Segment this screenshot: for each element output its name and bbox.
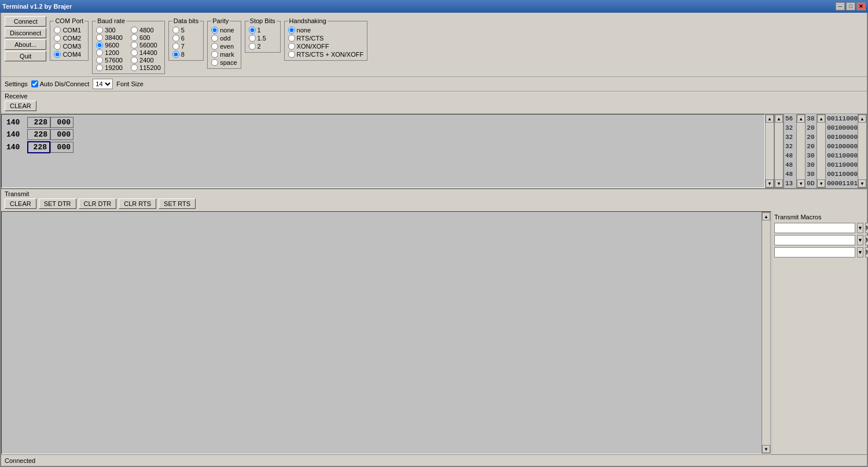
baud-38400[interactable]: 38400 [96,34,126,41]
transmit-header: Transmit CLEAR SET DTR CLR DTR CLR RTS S… [1,189,867,211]
clr-rts-button[interactable]: CLR RTS [119,198,156,209]
quit-button[interactable]: Quit [5,51,46,61]
data-side-panel: ▲ ▼ 56 32 32 32 48 48 48 13 ▲ ▼ 38 2 [774,114,867,188]
data-display: 140 228 000 140 228 000 140 228 000 ▲ ▼ [1,114,867,189]
bin-scrollbar[interactable]: ▲ ▼ [858,114,867,188]
com3-label: COM3 [62,43,81,50]
stop-2[interactable]: 2 [249,43,277,50]
bits-7[interactable]: 7 [172,43,200,50]
baud-56000[interactable]: 56000 [131,42,161,49]
bits-5[interactable]: 5 [172,27,200,34]
parity-none[interactable]: none [211,27,237,34]
bits-8[interactable]: 8 [172,51,200,58]
transmit-textarea[interactable] [2,212,762,454]
hs-xon-xoff[interactable]: XON/XOFF [288,43,364,50]
auto-dis-connect-item[interactable]: Auto Dis/Connect [31,80,90,87]
side-left-scrollbar[interactable]: ▲ ▼ [774,114,784,188]
transmit-buttons: CLEAR SET DTR CLR DTR CLR RTS SET RTS [5,198,863,209]
list-item: 00110000 [827,160,858,170]
macro-2-input[interactable] [774,235,855,245]
font-size-label: Font Size [116,80,143,87]
com-port-label: COM Port [54,17,84,24]
hs-rts-cts[interactable]: RTS/CTS [288,35,364,42]
hex-column: 38 20 20 20 30 30 30 0D [806,114,816,188]
stop-bits-label: Stop Bits [249,17,277,24]
baud-4800[interactable]: 4800 [131,27,161,34]
receive-clear-button[interactable]: CLEAR [5,101,36,111]
parity-space[interactable]: space [211,59,237,66]
transmit-scroll-down[interactable]: ▼ [762,445,770,453]
side-right-scroll-up[interactable]: ▲ [817,115,825,123]
table-row: 140 228 000 [4,129,762,140]
baud-14400[interactable]: 14400 [131,49,161,56]
parity-even[interactable]: even [211,43,237,50]
font-size-select[interactable]: 14 10 12 16 18 [93,79,113,89]
com2-option[interactable]: COM2 [54,35,84,42]
auto-dis-connect-checkbox[interactable] [31,80,38,87]
macro-2-button[interactable]: M2 [865,235,868,245]
close-button[interactable]: ✕ [856,2,866,10]
about-button[interactable]: About... [5,39,46,50]
baud-9600[interactable]: 9600 [96,42,126,49]
hs-none[interactable]: none [288,27,364,34]
scroll-track[interactable] [766,123,774,179]
row3-col1: 228 [27,141,50,153]
macro-3-dropdown[interactable]: ▼ [857,247,863,258]
list-item: 00100000 [827,123,858,133]
stop-1.5[interactable]: 1.5 [249,35,277,42]
set-dtr-button[interactable]: SET DTR [39,198,76,209]
side-mid-scroll-down[interactable]: ▼ [797,179,805,187]
transmit-vscrollbar[interactable]: ▲ ▼ [762,212,771,454]
macro-3-button[interactable]: M3 [865,247,868,258]
macro-1-input[interactable] [774,223,855,233]
side-mid-scrollbar[interactable]: ▲ ▼ [796,114,806,188]
macro-2-dropdown[interactable]: ▼ [857,235,863,245]
transmit-scroll-up[interactable]: ▲ [762,212,770,220]
parity-odd[interactable]: odd [211,35,237,42]
com4-option[interactable]: COM4 [54,51,84,58]
baud-19200[interactable]: 19200 [96,64,126,71]
baud-300[interactable]: 300 [96,27,126,34]
bin-scroll-down[interactable]: ▼ [858,179,866,187]
table-row: 140 228 000 [4,117,762,128]
minimize-button[interactable]: ─ [836,2,845,10]
baud-57600[interactable]: 57600 [96,57,126,64]
side-scroll-down[interactable]: ▼ [775,179,783,187]
stop-1[interactable]: 1 [249,27,277,34]
baud-600[interactable]: 600 [131,34,161,41]
macro-1-dropdown[interactable]: ▼ [857,223,863,233]
receive-label: Receive [5,93,863,100]
macro-3-input[interactable] [774,247,855,258]
hs-rts-cts-xon-xoff[interactable]: RTS/CTS + XON/XOFF [288,51,364,58]
connect-button[interactable]: Connect [5,16,46,27]
parity-mark[interactable]: mark [211,51,237,58]
receive-vscrollbar[interactable]: ▲ ▼ [765,114,774,188]
set-rts-button[interactable]: SET RTS [159,198,196,209]
com3-option[interactable]: COM3 [54,43,84,50]
disconnect-button[interactable]: Disconnect [5,28,46,38]
bits-6[interactable]: 6 [172,35,200,42]
side-right-scroll-down[interactable]: ▼ [817,179,825,187]
side-right-scrollbar[interactable]: ▲ ▼ [816,114,826,188]
list-item: 38 [807,114,816,123]
data-bits-options: 5 6 7 8 [172,27,200,58]
transmit-clear-button[interactable]: CLEAR [5,198,36,209]
row2-col2: 000 [50,129,73,140]
row3-col2: 000 [50,142,73,153]
scroll-down-arrow[interactable]: ▼ [766,179,774,187]
baud-1200[interactable]: 1200 [96,49,126,56]
clr-dtr-button[interactable]: CLR DTR [79,198,117,209]
maximize-button[interactable]: □ [846,2,855,10]
macros-title: Transmit Macros [774,214,865,220]
macro-1-button[interactable]: M1 [865,223,868,233]
side-scroll-up[interactable]: ▲ [775,115,783,123]
auto-dis-connect-label: Auto Dis/Connect [40,80,90,87]
top-controls: Connect Disconnect About... Quit COM Por… [1,13,867,77]
baud-115200[interactable]: 115200 [131,64,161,71]
bin-scroll-up[interactable]: ▲ [858,115,866,123]
list-item: 0D [807,179,816,188]
side-mid-scroll-up[interactable]: ▲ [797,115,805,123]
baud-2400[interactable]: 2400 [131,57,161,64]
com1-option[interactable]: COM1 [54,27,84,34]
scroll-up-arrow[interactable]: ▲ [766,115,774,123]
